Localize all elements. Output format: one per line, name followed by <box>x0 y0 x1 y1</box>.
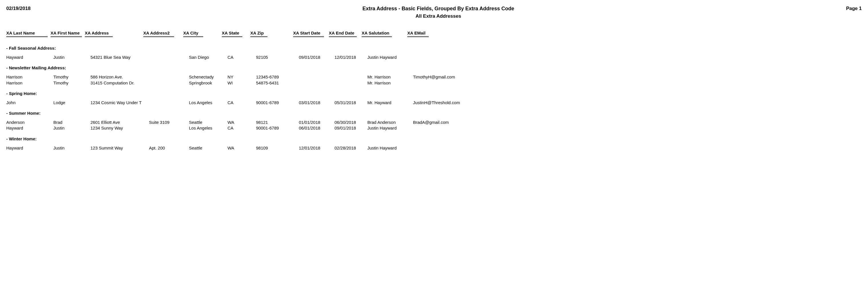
cell-address: 2601 Elliott Ave <box>91 120 146 125</box>
cell-end-date: 02/28/2018 <box>335 145 365 151</box>
cell-state: WA <box>227 120 253 125</box>
col-header-addr: XA Address <box>85 31 113 37</box>
cell-email <box>413 125 470 131</box>
cell-city: Los Angeles <box>189 100 225 105</box>
cell-last-name: Hayward <box>6 125 51 131</box>
cell-city: Seattle <box>189 120 225 125</box>
cell-address2: Apt. 200 <box>149 145 186 151</box>
report-header: 02/19/2018 Extra Address - Basic Fields,… <box>6 6 862 19</box>
cell-first-name: Justin <box>53 145 88 151</box>
cell-state: NY <box>227 74 253 80</box>
cell-salutation: Justin Hayward <box>367 55 410 60</box>
col-header-addr2: XA Address2 <box>143 31 174 37</box>
cell-address2 <box>149 74 186 80</box>
cell-salutation: Brad Anderson <box>367 120 410 125</box>
group-block: - Winter Home:HaywardJustin123 Summit Wa… <box>6 136 862 151</box>
cell-last-name: Hayward <box>6 55 51 60</box>
group-header: - Newsletter Mailing Address: <box>6 65 862 70</box>
cell-address: 54321 Blue Sea Way <box>91 55 146 60</box>
col-header-first: XA First Name <box>51 31 82 37</box>
cell-zip: 98109 <box>256 145 296 151</box>
data-rows: HaywardJustin54321 Blue Sea WaySan Diego… <box>6 55 862 60</box>
cell-first-name: Timothy <box>53 74 88 80</box>
cell-last-name: Harrison <box>6 74 51 80</box>
cell-state: CA <box>227 55 253 60</box>
groups-container: - Fall Seasonal Address:HaywardJustin543… <box>6 46 862 151</box>
cell-city: San Diego <box>189 55 225 60</box>
cell-address2 <box>149 125 186 131</box>
cell-first-name: Justin <box>53 125 88 131</box>
cell-zip: 54875-6431 <box>256 80 296 86</box>
cell-state: CA <box>227 125 253 131</box>
table-row: HarrisonTimothy586 Horizon Ave.Schenecta… <box>6 74 862 80</box>
cell-start-date: 06/01/2018 <box>299 125 332 131</box>
col-header-city: XA City <box>183 31 203 37</box>
cell-first-name: Brad <box>53 120 88 125</box>
cell-salutation: Mr. Hayward <box>367 100 410 105</box>
column-headers: XA Last Name XA First Name XA Address XA… <box>6 31 862 37</box>
cell-last-name: Anderson <box>6 120 51 125</box>
col-header-end: XA End Date <box>329 31 357 37</box>
report-date: 02/19/2018 <box>6 6 31 11</box>
table-row: HaywardJustin1234 Sunny WayLos AngelesCA… <box>6 125 862 131</box>
cell-last-name: John <box>6 100 51 105</box>
cell-first-name: Timothy <box>53 80 88 86</box>
cell-zip: 90001-6789 <box>256 125 296 131</box>
col-header-last: XA Last Name <box>6 31 48 37</box>
data-rows: JohnLodge1234 Cosmic Way Under TLos Ange… <box>6 100 862 105</box>
cell-address: 1234 Cosmic Way Under T <box>91 100 146 105</box>
table-row: HaywardJustin54321 Blue Sea WaySan Diego… <box>6 55 862 60</box>
table-row: JohnLodge1234 Cosmic Way Under TLos Ange… <box>6 100 862 105</box>
cell-zip: 92105 <box>256 55 296 60</box>
cell-state: WA <box>227 145 253 151</box>
cell-end-date: 09/01/2018 <box>335 125 365 131</box>
cell-email <box>413 145 470 151</box>
cell-city: Seattle <box>189 145 225 151</box>
col-header-email: XA EMail <box>407 31 429 37</box>
group-header: - Summer Home: <box>6 111 862 116</box>
cell-end-date: 05/31/2018 <box>335 100 365 105</box>
col-header-state: XA State <box>222 31 242 37</box>
cell-last-name: Hayward <box>6 145 51 151</box>
cell-address2 <box>149 80 186 86</box>
group-header: - Fall Seasonal Address: <box>6 46 862 51</box>
cell-state: CA <box>227 100 253 105</box>
data-rows: HarrisonTimothy586 Horizon Ave.Schenecta… <box>6 74 862 86</box>
group-block: - Newsletter Mailing Address:HarrisonTim… <box>6 65 862 86</box>
cell-address: 1234 Sunny Way <box>91 125 146 131</box>
group-block: - Fall Seasonal Address:HaywardJustin543… <box>6 46 862 60</box>
cell-salutation: Mr. Harrison <box>367 74 410 80</box>
cell-salutation: Mr. Harrison <box>367 80 410 86</box>
cell-zip: 98121 <box>256 120 296 125</box>
group-block: - Spring Home:JohnLodge1234 Cosmic Way U… <box>6 91 862 105</box>
cell-end-date: 12/01/2018 <box>335 55 365 60</box>
cell-email: JustinH@Threshold.com <box>413 100 470 105</box>
table-row: HarrisonTimothy31415 Computation Dr.Spri… <box>6 80 862 86</box>
table-row: HaywardJustin123 Summit WayApt. 200Seatt… <box>6 145 862 151</box>
group-header: - Winter Home: <box>6 136 862 141</box>
col-header-salut: XA Salutation <box>362 31 392 37</box>
cell-address2 <box>149 100 186 105</box>
cell-start-date: 09/01/2018 <box>299 55 332 60</box>
cell-city: Los Angeles <box>189 125 225 131</box>
cell-start-date: 03/01/2018 <box>299 100 332 105</box>
cell-salutation: Justin Hayward <box>367 145 410 151</box>
cell-start-date <box>299 74 332 80</box>
cell-first-name: Justin <box>53 55 88 60</box>
group-block: - Summer Home:AndersonBrad2601 Elliott A… <box>6 111 862 131</box>
cell-zip: 12345-6789 <box>256 74 296 80</box>
cell-address: 31415 Computation Dr. <box>91 80 146 86</box>
cell-email <box>413 55 470 60</box>
col-header-zip: XA Zip <box>250 31 268 37</box>
table-row: AndersonBrad2601 Elliott AveSuite 3109Se… <box>6 120 862 125</box>
cell-end-date <box>335 80 365 86</box>
data-rows: AndersonBrad2601 Elliott AveSuite 3109Se… <box>6 120 862 131</box>
cell-start-date: 12/01/2018 <box>299 145 332 151</box>
cell-zip: 90001-6789 <box>256 100 296 105</box>
cell-end-date: 06/30/2018 <box>335 120 365 125</box>
col-header-start: XA Start Date <box>293 31 324 37</box>
cell-email: TimothyH@gmail.com <box>413 74 470 80</box>
report-subtitle: All Extra Addresses <box>31 13 846 19</box>
cell-address2: Suite 3109 <box>149 120 186 125</box>
cell-email <box>413 80 470 86</box>
